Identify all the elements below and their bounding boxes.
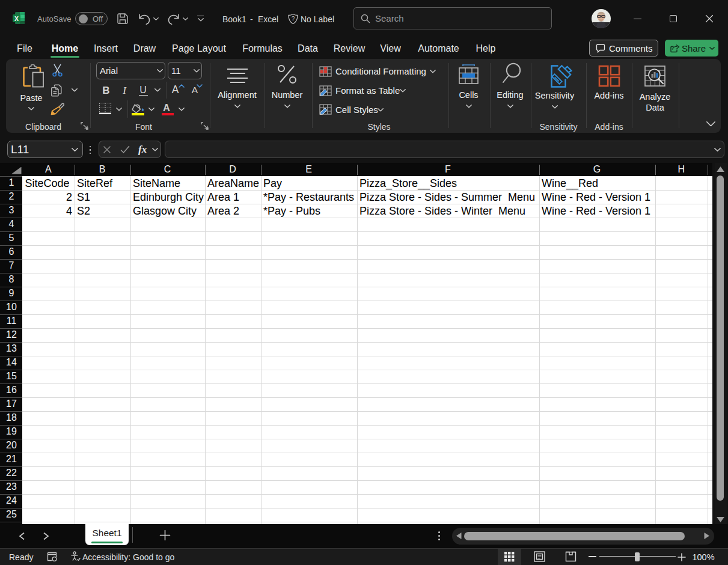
svg-text:?: ? — [292, 16, 295, 22]
svg-text:X: X — [14, 15, 19, 22]
